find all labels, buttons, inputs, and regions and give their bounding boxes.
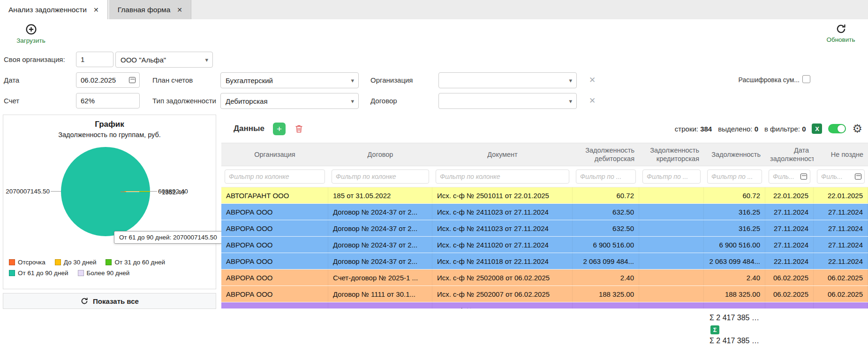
chart-tooltip: От 61 до 90 дней: 2070007145.50: [114, 231, 222, 244]
table-row[interactable]: АВРОРА ООО Договор № 1111 от 30.1... Исх…: [221, 286, 868, 302]
table-row[interactable]: АВРОРА ООО Договор № 2024-37 от 2... Исх…: [221, 237, 868, 253]
table-row[interactable]: АВРОРА ООО Договор № 2024-37 от 2... Исх…: [221, 253, 868, 270]
filter-cell: [432, 170, 573, 184]
debt-analysis-window: Анализ задолженности ✕ Главная форма ✕ З…: [0, 0, 868, 347]
cell-due: 14.10.2024: [814, 302, 868, 308]
debt-type-select[interactable]: Дебиторская ▾: [220, 93, 359, 109]
clear-organization-icon[interactable]: ✕: [589, 75, 596, 85]
filter-row-own-org: Своя организация: ООО "Альфа" ▾: [0, 51, 868, 69]
cell-contract: Договор № 1111 от 30.1...: [328, 286, 432, 302]
grid-toolbar: Данные + строки: 384 выделено: 0 в фильт…: [221, 115, 868, 143]
legend-swatch: [106, 259, 112, 265]
filter-row-account: Счет Тип задолженности Дебиторская ▾ Дог…: [0, 92, 868, 111]
cell-credit: [639, 302, 704, 308]
color-toggle[interactable]: [828, 124, 846, 133]
filter-cell: [221, 170, 328, 184]
excel-export-icon[interactable]: X: [812, 123, 822, 134]
chevron-down-icon: ▾: [351, 77, 354, 84]
leader-line-left: [51, 191, 61, 192]
refresh-button[interactable]: Обновить: [818, 23, 863, 43]
cell-organization: АВРОРА ООО: [221, 270, 328, 285]
show-all-button[interactable]: Показать все: [3, 293, 216, 309]
table-row[interactable]: АВТОГАРАНТ ООО 185 от 31.05.2022 Исх. с-…: [221, 187, 868, 204]
legend-item[interactable]: Отсрочка: [9, 259, 45, 266]
cell-organization: АВРОРА ООО: [221, 220, 328, 236]
filter-cell: [639, 170, 704, 184]
contract-label: Договор: [370, 97, 397, 105]
filter-input-document[interactable]: [436, 170, 569, 184]
column-header-credit[interactable]: Задолженность кредиторская: [639, 146, 704, 163]
filter-input-contract[interactable]: [332, 170, 429, 184]
sigma-badge[interactable]: Σ: [710, 325, 719, 334]
calendar-icon[interactable]: [800, 174, 807, 180]
cell-due: 22.01.2025: [814, 187, 868, 203]
selected-count: выделено: 0: [718, 125, 758, 133]
tab-label: Анализ задолженности: [8, 6, 87, 14]
cell-document: Исх. с-ф № 2411020 от 27.11.2024: [432, 237, 573, 253]
date-field: [76, 72, 140, 88]
column-header-contract[interactable]: Договор: [328, 150, 432, 159]
tab[interactable]: Анализ задолженности ✕: [0, 0, 108, 19]
tab-label: Главная форма: [118, 6, 171, 14]
filtered-count-value: 0: [802, 125, 806, 133]
column-header-due[interactable]: Не поздне: [814, 150, 868, 159]
close-icon[interactable]: ✕: [177, 6, 182, 14]
table-row[interactable]: АВРОРА ООО Договор № 2024-37 от 2... Исх…: [221, 204, 868, 220]
legend-item[interactable]: От 61 до 90 дней: [9, 270, 68, 277]
table-row[interactable]: АВРОРА ООО Договор № 2024-37 от 2... Исх…: [221, 220, 868, 237]
organization-select[interactable]: ▾: [438, 72, 577, 88]
account-input[interactable]: [76, 93, 140, 108]
calendar-icon[interactable]: [855, 174, 861, 180]
cell-debit: 2 063 099 484...: [573, 253, 639, 269]
cell-date: 27.11.2024: [765, 220, 814, 236]
debt-type-label: Тип задолженности: [152, 97, 216, 105]
load-button[interactable]: Загрузить: [8, 23, 53, 44]
own-org-code-input[interactable]: [76, 52, 113, 67]
cell-contract: 185 от 31.05.2022: [328, 187, 432, 203]
column-header-debt[interactable]: Задолженность: [704, 150, 765, 159]
legend-item[interactable]: До 30 дней: [55, 259, 97, 266]
filter-input-debit[interactable]: [576, 170, 636, 184]
plan-selected-value: Бухгалтерский: [226, 77, 273, 85]
filter-cell: [814, 170, 868, 184]
column-header-document[interactable]: Документ: [432, 150, 573, 159]
decode-sums-checkbox[interactable]: [802, 75, 810, 83]
cell-credit: [639, 237, 704, 253]
filtered-count-label: в фильтре:: [764, 125, 800, 133]
table-row[interactable]: ВИТНЕМАН ООО Д-62 от 30.01.2023 Исх. с-ф…: [221, 302, 868, 308]
cell-credit: [639, 286, 704, 302]
delete-row-button[interactable]: [294, 123, 304, 134]
column-header-organization[interactable]: Организация: [221, 150, 328, 159]
filter-input-organization[interactable]: [225, 170, 325, 184]
column-header-date[interactable]: Дата задолженност: [765, 146, 814, 163]
close-icon[interactable]: ✕: [93, 6, 99, 14]
cell-organization: АВРОРА ООО: [221, 286, 328, 302]
legend-label: До 30 дней: [64, 259, 97, 266]
cell-due: 27.11.2024: [814, 220, 868, 236]
own-org-select[interactable]: ООО "Альфа" ▾: [115, 52, 213, 68]
filter-input-credit[interactable]: [642, 170, 701, 184]
add-row-button[interactable]: +: [273, 123, 286, 135]
gear-icon[interactable]: ⚙: [852, 123, 862, 134]
clear-contract-icon[interactable]: ✕: [589, 96, 596, 106]
calendar-icon[interactable]: [129, 77, 136, 83]
own-org-selected-value: ООО "Альфа": [121, 56, 166, 64]
contract-select[interactable]: ▾: [438, 93, 577, 109]
legend-item[interactable]: Более 90 дней: [78, 270, 130, 277]
column-sum-secondary: Σ 2 417 385 …: [709, 337, 759, 345]
cell-date: 27.11.2024: [765, 237, 814, 253]
chart-subtitle: Задолженность по группам, руб.: [3, 131, 216, 139]
own-org-label: Своя организация:: [4, 55, 65, 63]
cell-contract: Договор № 2024-37 от 2...: [328, 237, 432, 253]
cell-debit: 343 000.00: [573, 302, 639, 308]
legend-item[interactable]: От 31 до 60 дней: [106, 259, 165, 266]
cell-contract: Договор № 2024-37 от 2...: [328, 253, 432, 269]
cell-contract: Счет-договор № 2025-1 ...: [328, 270, 432, 285]
table-row[interactable]: АВРОРА ООО Счет-договор № 2025-1 ... Исх…: [221, 270, 868, 286]
pie-chart[interactable]: [61, 147, 150, 236]
legend-swatch: [78, 270, 84, 276]
tab[interactable]: Главная форма ✕: [109, 0, 191, 19]
column-header-debit[interactable]: Задолженность дебиторская: [573, 146, 639, 163]
plan-select[interactable]: Бухгалтерский ▾: [220, 72, 359, 88]
filter-input-debt[interactable]: [707, 170, 762, 184]
